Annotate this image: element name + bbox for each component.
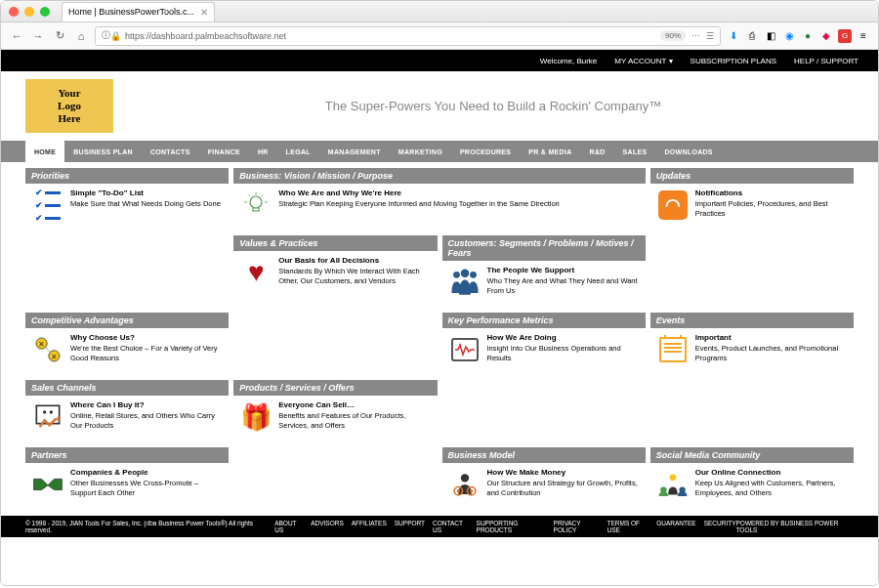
library-icon[interactable]: ⎙ — [745, 29, 759, 43]
footer-contact[interactable]: CONTACT US — [433, 520, 468, 533]
todo-icon: ✔✔✔ — [31, 189, 64, 222]
lock-icon: 🔒 — [110, 31, 121, 41]
footer-guarantee[interactable]: GUARANTEE — [656, 520, 695, 533]
footer-affiliates[interactable]: AFFILIATES — [352, 520, 387, 533]
social-icon — [656, 468, 690, 501]
nav-rd[interactable]: R&D — [581, 141, 614, 162]
card-vision[interactable]: Business: Vision / Mission / Purpose Who… — [233, 168, 646, 231]
handshake-icon — [31, 468, 64, 501]
nav-hr[interactable]: HR — [249, 141, 277, 162]
forward-button[interactable]: → — [30, 28, 46, 44]
rss-icon: ◠ — [656, 189, 690, 222]
card-sales-channels[interactable]: Sales Channels Where Can I Buy It?Online… — [25, 380, 229, 442]
subscription-plans-link[interactable]: SUBSCRIPTION PLANS — [691, 57, 776, 65]
nav-pr-media[interactable]: PR & MEDIA — [520, 141, 580, 162]
svg-point-22 — [670, 475, 676, 481]
nav-home[interactable]: HOME — [25, 141, 64, 162]
back-button[interactable]: ← — [9, 28, 24, 44]
close-tab-icon[interactable]: ✕ — [200, 7, 208, 18]
footer-support[interactable]: SUPPORT — [395, 520, 425, 533]
svg-text:✕: ✕ — [38, 340, 45, 349]
footer-advisors[interactable]: ADVISORS — [311, 520, 344, 533]
maximize-window-button[interactable] — [40, 7, 50, 17]
tab-title: Home | BusinessPowerTools.c... — [68, 7, 194, 17]
nav-finance[interactable]: FINANCE — [199, 141, 249, 162]
svg-line-5 — [262, 195, 264, 197]
ext-icon-2[interactable]: ● — [801, 29, 815, 43]
sidebar-icon[interactable]: ◧ — [764, 29, 777, 43]
svg-point-14 — [43, 410, 46, 413]
url-bar[interactable]: ⓘ 🔒 https://dashboard.palmbeachsoftware.… — [95, 26, 721, 46]
card-kpi[interactable]: Key Performance Metrics How We Are Doing… — [442, 313, 646, 375]
svg-point-6 — [453, 272, 460, 278]
gift-icon: 🎁 — [239, 400, 272, 434]
tagline: The Super-Powers You Need to Build a Roc… — [133, 99, 854, 113]
ext-icon-4[interactable]: G — [838, 29, 852, 43]
minimize-window-button[interactable] — [24, 7, 34, 17]
reader-icon[interactable]: ☰ — [706, 31, 714, 41]
account-topbar: Welcome, Burke MY ACCOUNT ▾ SUBSCRIPTION… — [1, 50, 878, 71]
svg-marker-16 — [56, 415, 59, 422]
logo-placeholder[interactable]: Your Logo Here — [25, 79, 113, 133]
svg-line-4 — [249, 195, 251, 197]
card-partners[interactable]: Partners Companies & PeopleOther Busines… — [25, 447, 229, 510]
nav-downloads[interactable]: DOWNLOADS — [655, 141, 721, 162]
nav-legal[interactable]: LEGAL — [277, 141, 319, 162]
more-icon[interactable]: ⋯ — [691, 31, 700, 41]
my-account-link[interactable]: MY ACCOUNT ▾ — [614, 57, 672, 65]
nav-sales[interactable]: SALES — [614, 141, 656, 162]
nav-management[interactable]: MANAGEMENT — [319, 141, 390, 162]
home-button[interactable]: ⌂ — [73, 28, 89, 44]
svg-point-8 — [470, 272, 477, 278]
footer-terms[interactable]: TERMS OF USE — [607, 520, 649, 533]
menu-icon[interactable]: ≡ — [857, 29, 870, 43]
footer-products[interactable]: SUPPORTING PRODUCTS — [477, 520, 546, 533]
card-values[interactable]: Values & Practices ♥ Our Basis for All D… — [233, 235, 437, 308]
close-window-button[interactable] — [9, 7, 19, 17]
powered-by: POWERED BY BUSINESS POWER TOOLS — [736, 520, 855, 533]
nav-contacts[interactable]: CONTACTS — [142, 141, 199, 162]
svg-point-7 — [460, 269, 469, 277]
help-support-link[interactable]: HELP / SUPPORT — [794, 57, 858, 65]
card-priorities[interactable]: Priorities ✔✔✔ Simple "To-Do" ListMake S… — [25, 168, 229, 308]
card-competitive[interactable]: Competitive Advantages ✕✕ Why Choose Us?… — [25, 313, 229, 375]
people-icon — [448, 266, 481, 299]
page-footer: © 1998 - 2019, JIAN Tools For Sales, Inc… — [1, 516, 878, 537]
svg-rect-13 — [36, 405, 59, 423]
card-business-model[interactable]: Business Model How We Make MoneyOur Stru… — [442, 447, 646, 510]
ext-icon-3[interactable]: ◆ — [819, 29, 833, 43]
card-social-media[interactable]: Social Media Community Our Online Connec… — [650, 447, 854, 510]
heart-icon: ♥ — [239, 256, 272, 289]
lightbulb-icon — [239, 189, 272, 222]
dashboard-grid: Priorities ✔✔✔ Simple "To-Do" ListMake S… — [1, 162, 878, 516]
browser-tab[interactable]: Home | BusinessPowerTools.c... ✕ — [62, 2, 215, 21]
card-updates[interactable]: Updates ◠ NotificationsImportant Policie… — [650, 168, 854, 308]
card-events[interactable]: Events ImportantEvents, Product Launches… — [650, 313, 854, 375]
nav-business-plan[interactable]: BUSINESS PLAN — [64, 141, 142, 162]
page-header: Your Logo Here The Super-Powers You Need… — [1, 71, 878, 141]
zoom-badge[interactable]: 90% — [660, 30, 686, 41]
nav-procedures[interactable]: PROCEDURES — [451, 141, 520, 162]
svg-point-0 — [250, 196, 262, 208]
window-titlebar: Home | BusinessPowerTools.c... ✕ — [1, 1, 878, 22]
ext-icon-1[interactable]: ◉ — [782, 29, 796, 43]
browser-toolbar: ← → ↻ ⌂ ⓘ 🔒 https://dashboard.palmbeachs… — [1, 22, 878, 50]
svg-point-20 — [456, 489, 459, 492]
copyright-text: © 1998 - 2019, JIAN Tools For Sales, Inc… — [25, 520, 265, 533]
svg-point-21 — [470, 489, 473, 492]
gear-person-icon — [448, 468, 481, 501]
welcome-text: Welcome, Burke — [540, 57, 598, 65]
card-products[interactable]: Products / Services / Offers 🎁 Everyone … — [233, 380, 437, 442]
nav-marketing[interactable]: MARKETING — [390, 141, 451, 162]
url-text: https://dashboard.palmbeachsoftware.net — [125, 31, 286, 41]
calendar-icon — [656, 333, 690, 366]
svg-point-17 — [460, 474, 468, 482]
reload-button[interactable]: ↻ — [52, 28, 67, 44]
strategy-icon: ✕✕ — [31, 333, 64, 366]
cart-icon — [31, 400, 64, 434]
download-icon[interactable]: ⬇ — [727, 29, 740, 43]
footer-about[interactable]: ABOUT US — [274, 520, 303, 533]
footer-security[interactable]: SECURITY — [704, 520, 736, 533]
footer-privacy[interactable]: PRIVACY POLICY — [554, 520, 600, 533]
card-customers[interactable]: Customers: Segments / Problems / Motives… — [442, 235, 646, 308]
